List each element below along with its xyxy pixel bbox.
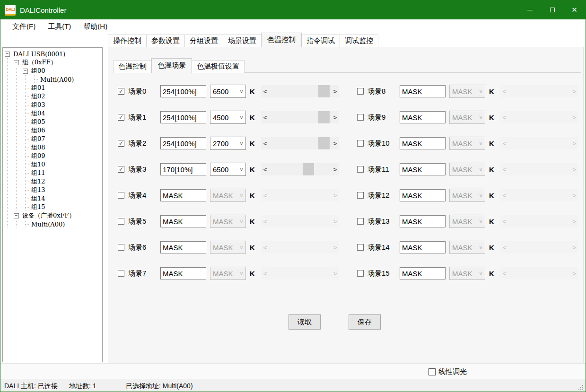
scene-checkbox[interactable] [357, 192, 364, 199]
scene-checkbox[interactable] [357, 166, 364, 173]
scene-level-input[interactable] [400, 163, 446, 175]
linear-dimming-option[interactable]: 线性调光 [429, 367, 467, 376]
scene-level-input[interactable] [160, 241, 206, 253]
scene-checkbox[interactable] [357, 114, 364, 121]
scene-level-input[interactable] [400, 189, 446, 201]
scene-checkbox[interactable] [118, 244, 124, 251]
tree-item[interactable]: 组12 [3, 177, 102, 186]
cct-combobox[interactable]: MASK∨ [449, 189, 485, 202]
cct-combobox[interactable]: MASK∨ [449, 111, 485, 124]
scene-checkbox[interactable] [118, 270, 124, 277]
scene-level-input[interactable] [160, 111, 206, 123]
tree-item[interactable]: 组01 [3, 84, 102, 92]
tree-expander[interactable]: − [21, 67, 30, 75]
main-tab-0[interactable]: 操作控制 [108, 35, 147, 47]
scroll-left-arrow[interactable]: < [261, 85, 269, 97]
cct-combobox[interactable]: 4500∨ [210, 111, 246, 124]
scene-level-input[interactable] [160, 163, 206, 175]
read-button[interactable]: 读取 [289, 314, 321, 330]
scene-checkbox[interactable] [357, 88, 364, 95]
scrollbar-thumb[interactable] [318, 85, 330, 97]
linear-dimming-checkbox[interactable] [429, 368, 436, 375]
cct-combobox[interactable]: MASK∨ [449, 215, 485, 228]
scene-checkbox[interactable]: ✓ [118, 114, 124, 121]
save-button[interactable]: 保存 [349, 314, 381, 330]
scroll-right-arrow[interactable]: > [331, 137, 339, 149]
scrollbar-thumb[interactable] [318, 111, 330, 123]
sub-tab-1[interactable]: 色温场景 [151, 58, 192, 73]
scrollbar-thumb[interactable] [303, 163, 314, 175]
tree-item[interactable]: 组15 [3, 203, 102, 211]
cct-combobox[interactable]: MASK∨ [449, 137, 485, 150]
scroll-right-arrow[interactable]: > [331, 163, 339, 175]
scene-level-input[interactable] [400, 137, 446, 149]
cct-scrollbar[interactable]: <> [261, 85, 339, 97]
tree-item[interactable]: −DALI USB(0001) [3, 50, 102, 58]
sub-tab-0[interactable]: 色温控制 [113, 60, 152, 73]
cct-combobox[interactable]: MASK∨ [210, 189, 246, 202]
cct-scrollbar[interactable]: <> [261, 137, 339, 149]
tree-item[interactable]: 组06 [3, 126, 102, 135]
main-tab-1[interactable]: 参数设置 [146, 35, 185, 47]
tree-item[interactable]: 组13 [3, 186, 102, 194]
cct-scrollbar[interactable]: <> [261, 111, 339, 123]
menu-item-0[interactable]: 文件(F) [6, 20, 42, 33]
tree-item[interactable]: Multi(A00) [3, 75, 102, 84]
tree-item[interactable]: 组08 [3, 143, 102, 152]
scroll-left-arrow[interactable]: < [261, 137, 269, 149]
scroll-left-arrow[interactable]: < [261, 111, 269, 123]
tree-item[interactable]: 组05 [3, 118, 102, 126]
cct-combobox[interactable]: 6500∨ [210, 85, 246, 98]
cct-combobox[interactable]: MASK∨ [210, 241, 246, 254]
tree-item[interactable]: 组10 [3, 160, 102, 169]
scene-level-input[interactable] [160, 215, 206, 227]
scene-checkbox[interactable]: ✓ [118, 166, 124, 173]
menu-item-2[interactable]: 帮助(H) [77, 20, 114, 33]
tree-item[interactable]: 组09 [3, 152, 102, 160]
scene-level-input[interactable] [400, 215, 446, 227]
scene-level-input[interactable] [400, 111, 446, 123]
tree-item[interactable]: 组11 [3, 169, 102, 177]
cct-combobox[interactable]: MASK∨ [449, 241, 485, 254]
scrollbar-thumb[interactable] [318, 137, 330, 149]
scroll-left-arrow[interactable]: < [261, 163, 269, 175]
tree-item[interactable]: −设备（广播0xFF） [3, 211, 102, 220]
scene-level-input[interactable] [160, 85, 206, 97]
tree-item[interactable]: 组02 [3, 92, 102, 101]
cct-combobox[interactable]: MASK∨ [449, 163, 485, 176]
sub-tab-2[interactable]: 色温极值设置 [192, 60, 245, 73]
scene-level-input[interactable] [160, 189, 206, 201]
tree-item[interactable]: Multi(A00) [3, 220, 102, 228]
cct-combobox[interactable]: 6500∨ [210, 163, 246, 176]
tree-item[interactable]: −组00 [3, 67, 102, 75]
close-button[interactable]: ✕ [563, 0, 586, 19]
scroll-right-arrow[interactable]: > [331, 85, 339, 97]
cct-scrollbar[interactable]: <> [261, 163, 339, 175]
tree-expander[interactable]: − [12, 211, 21, 220]
scroll-right-arrow[interactable]: > [331, 111, 339, 123]
scene-checkbox[interactable] [118, 192, 124, 199]
scene-level-input[interactable] [400, 241, 446, 253]
scene-checkbox[interactable]: ✓ [118, 140, 124, 147]
scene-level-input[interactable] [400, 85, 446, 97]
scene-checkbox[interactable]: ✓ [118, 88, 124, 95]
tree-expander[interactable]: − [12, 58, 21, 67]
resize-grip[interactable] [578, 384, 584, 390]
scene-checkbox[interactable] [357, 244, 364, 251]
minimize-button[interactable] [519, 0, 541, 19]
tree-item[interactable]: −组（0xFF） [3, 58, 102, 67]
cct-combobox[interactable]: 2700∨ [210, 137, 246, 150]
scene-checkbox[interactable] [357, 140, 364, 147]
scene-level-input[interactable] [160, 137, 206, 149]
cct-combobox[interactable]: MASK∨ [210, 267, 246, 280]
maximize-button[interactable] [541, 0, 563, 19]
scene-checkbox[interactable] [357, 218, 364, 225]
cct-combobox[interactable]: MASK∨ [210, 215, 246, 228]
tree-item[interactable]: 组14 [3, 194, 102, 203]
tree-item[interactable]: 组04 [3, 109, 102, 118]
scene-checkbox[interactable] [357, 270, 364, 277]
main-tab-5[interactable]: 指令调试 [301, 35, 340, 47]
cct-combobox[interactable]: MASK∨ [449, 267, 485, 280]
main-tab-6[interactable]: 调试监控 [340, 35, 378, 47]
cct-combobox[interactable]: MASK∨ [449, 85, 485, 98]
